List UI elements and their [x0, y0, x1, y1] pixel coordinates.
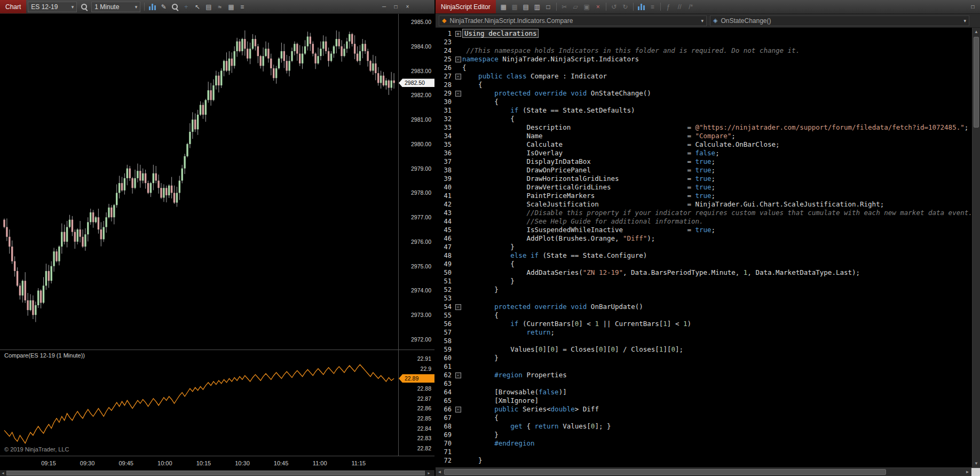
code-row[interactable]: 70 #endregion — [436, 439, 972, 448]
code-row[interactable]: 39 DrawHorizontalGridLines = true; — [436, 174, 972, 183]
chart-style-icon[interactable] — [147, 2, 157, 12]
fold-toggle-icon[interactable]: - — [454, 407, 462, 412]
code-row[interactable]: 43 //Disable this property if your indic… — [436, 209, 972, 217]
code-row[interactable]: 66- public Series<double> Diff — [436, 405, 972, 414]
scroll-left-icon[interactable]: ◄ — [436, 468, 444, 476]
indicator-axis[interactable]: 22.9122.922.8922.8822.8722.8622.8522.842… — [399, 350, 434, 456]
code-row[interactable]: 31 if (State == State.SetDefaults) — [436, 106, 972, 115]
scroll-left-icon[interactable]: ◄ — [0, 470, 6, 476]
price-panel[interactable] — [0, 14, 398, 350]
scroll-right-icon[interactable]: ► — [963, 468, 971, 476]
snapshot-icon[interactable]: ▤ — [203, 2, 214, 12]
code-row[interactable]: 35 Calculate = Calculate.OnBarClose; — [436, 140, 972, 149]
code-row[interactable]: 23 — [436, 38, 972, 46]
code-row[interactable]: 42 ScaleJustification = NinjaTrader.Gui.… — [436, 200, 972, 209]
code-row[interactable]: 56 if (CurrentBars[0] < 1 || CurrentBars… — [436, 320, 972, 328]
code-row[interactable]: 50 AddDataSeries("ZN 12-19", Data.BarsPe… — [436, 268, 972, 277]
code-row[interactable]: 30 { — [436, 98, 972, 106]
code-row[interactable]: 55 { — [436, 311, 972, 320]
zoom-in-icon[interactable] — [170, 2, 180, 12]
editor-hscrollbar[interactable]: ◄ ► — [436, 467, 980, 476]
code-row[interactable]: 47 } — [436, 243, 972, 251]
close-icon[interactable]: × — [404, 3, 412, 11]
print-icon[interactable]: ▤ — [521, 2, 531, 12]
code-row[interactable]: 59 Values[0][0] = Closes[0][0] / Closes[… — [436, 345, 972, 354]
fold-toggle-icon[interactable]: - — [454, 372, 462, 378]
code-row[interactable]: 28 { — [436, 81, 972, 89]
scroll-up-icon[interactable]: ▲ — [973, 28, 980, 36]
code-row[interactable]: 72 } — [436, 456, 972, 465]
code-row[interactable]: 67 { — [436, 414, 972, 422]
save-all-icon[interactable]: ▩ — [510, 2, 520, 12]
scroll-down-icon[interactable]: ▼ — [973, 459, 980, 467]
drawing-tools-icon[interactable]: ✎ — [159, 2, 169, 12]
code-row[interactable]: 68 get { return Values[0]; } — [436, 422, 972, 431]
code-row[interactable]: 40 DrawVerticalGridLines = true; — [436, 183, 972, 192]
search-icon[interactable] — [79, 2, 89, 12]
restore-icon[interactable]: □ — [969, 3, 977, 11]
code-row[interactable]: 27- public class Compare : Indicator — [436, 72, 972, 81]
code-row[interactable]: 24 //This namespace holds Indicators in … — [436, 46, 972, 55]
fold-toggle-icon[interactable]: + — [454, 31, 462, 37]
editor-vscrollbar[interactable]: ▲ ▼ — [972, 28, 980, 467]
strategies-icon[interactable]: ▦ — [226, 2, 236, 12]
minimize-icon[interactable]: ─ — [380, 3, 388, 11]
fold-toggle-icon[interactable]: - — [454, 91, 462, 97]
code-row[interactable]: 51 } — [436, 277, 972, 285]
price-axis-column[interactable]: 2985.002984.002983.002982.002981.002980.… — [398, 14, 434, 456]
code-row[interactable]: 60 } — [436, 354, 972, 362]
code-row[interactable]: 54- protected override void OnBarUpdate(… — [436, 303, 972, 311]
comment-icon[interactable]: // — [675, 2, 685, 12]
code-row[interactable]: 64 [Browsable(false)] — [436, 388, 972, 396]
outline-icon[interactable]: ≡ — [647, 2, 658, 12]
indicator-panel[interactable]: Compare(ES 12-19 (1 Minute)) © 2019 Ninj… — [0, 350, 398, 456]
restore-icon[interactable]: □ — [392, 3, 400, 11]
time-axis[interactable]: 09:1509:3009:4510:0010:1510:3010:4511:00… — [0, 456, 434, 470]
chart-hscroll-thumb[interactable] — [6, 471, 425, 475]
method-selector[interactable]: ◈ OnStateChange() ▾ — [710, 15, 969, 26]
class-selector[interactable]: ◆ NinjaTrader.NinjaScript.Indicators.Com… — [439, 15, 707, 26]
paste-icon[interactable]: ▣ — [582, 2, 592, 12]
print-preview-icon[interactable]: ▥ — [532, 2, 542, 12]
code-row[interactable]: 61 — [436, 362, 972, 371]
uncomment-icon[interactable]: /* — [686, 2, 696, 12]
code-row[interactable]: 46 AddPlot(Brushes.Orange, "Diff"); — [436, 234, 972, 243]
code-row[interactable]: 41 PaintPriceMarkers = true; — [436, 192, 972, 200]
chart-hscrollbar[interactable]: ◄ ► — [0, 470, 434, 476]
crosshair-icon[interactable]: + — [181, 2, 191, 12]
properties-icon[interactable]: ≡ — [237, 2, 247, 12]
compile-icon[interactable] — [636, 2, 646, 12]
snippets-icon[interactable]: ƒ — [663, 2, 674, 12]
fold-toggle-icon[interactable]: - — [454, 74, 462, 80]
panel-divider[interactable] — [0, 350, 434, 350]
code-row[interactable]: 1+Using declarations — [436, 29, 972, 38]
code-editor[interactable]: 1+Using declarations2324 //This namespac… — [436, 28, 972, 467]
price-axis[interactable]: 2985.002984.002983.002982.002981.002980.… — [399, 14, 434, 350]
instrument-selector[interactable]: ES 12-19 ▾ — [28, 2, 77, 12]
code-row[interactable]: 53 — [436, 294, 972, 303]
code-row[interactable]: 26{ — [436, 64, 972, 72]
code-row[interactable]: 37 DisplayInDataBox = true; — [436, 157, 972, 166]
code-row[interactable]: 32 { — [436, 115, 972, 123]
indicators-icon[interactable]: ≈ — [215, 2, 225, 12]
cursor-icon[interactable]: ↖ — [192, 2, 202, 12]
save-icon[interactable]: ▦ — [499, 2, 509, 12]
code-row[interactable]: 57 return; — [436, 328, 972, 337]
scroll-right-icon[interactable]: ► — [426, 470, 432, 476]
copy-icon[interactable]: ▱ — [571, 2, 581, 12]
code-row[interactable]: 52 } — [436, 285, 972, 294]
code-row[interactable]: 63 — [436, 379, 972, 388]
code-row[interactable]: 44 //See Help Guide for additional infor… — [436, 217, 972, 226]
redo-icon[interactable]: ↻ — [620, 2, 630, 12]
cut-icon[interactable]: ✂ — [559, 2, 570, 12]
editor-hscroll-thumb[interactable] — [444, 469, 886, 475]
code-row[interactable]: 58 — [436, 337, 972, 345]
editor-vscroll-thumb[interactable] — [974, 37, 979, 128]
undo-icon[interactable]: ↺ — [609, 2, 619, 12]
fold-toggle-icon[interactable]: - — [454, 304, 462, 310]
code-row[interactable]: 34 Name = "Compare"; — [436, 132, 972, 140]
code-row[interactable]: 25-namespace NinjaTrader.NinjaScript.Ind… — [436, 55, 972, 64]
period-selector[interactable]: 1 Minute ▾ — [91, 2, 140, 12]
code-row[interactable]: 71 — [436, 448, 972, 456]
code-row[interactable]: 65 [XmlIgnore] — [436, 396, 972, 405]
